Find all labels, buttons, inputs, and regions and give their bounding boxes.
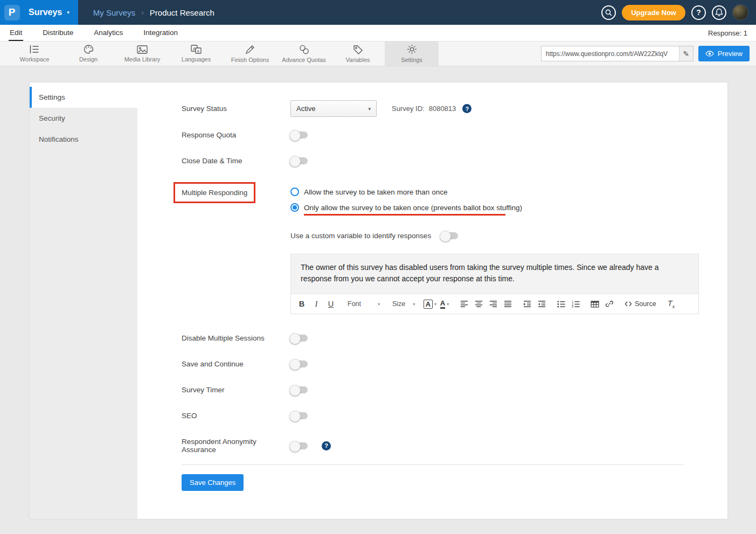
survey-status-select[interactable]: Active ▾ <box>290 100 377 117</box>
svg-text:a: a <box>197 49 199 53</box>
option-take-once[interactable]: Only allow the survey to be taken once (… <box>290 203 522 212</box>
close-date-toggle[interactable] <box>290 157 308 164</box>
tab-analytics[interactable]: Analytics <box>93 25 124 41</box>
tab-integration[interactable]: Integration <box>142 25 179 41</box>
indent-button[interactable] <box>520 297 534 311</box>
sidebar-item-security[interactable]: Security <box>30 108 137 129</box>
toolbar-item-finish-options[interactable]: Finish Options <box>223 41 277 66</box>
radio-selected[interactable] <box>290 203 299 212</box>
toolbar-item-languages[interactable]: Aa Languages <box>169 41 223 66</box>
edit-toolbar: Workspace Design Media Library Aa Langua… <box>0 41 756 66</box>
align-left-icon <box>460 301 468 308</box>
breadcrumb-my-surveys[interactable]: My Surveys <box>93 8 135 17</box>
outdent-icon <box>538 301 546 308</box>
font-dropdown[interactable]: Font ▾ <box>344 297 384 311</box>
surveys-app-menu[interactable]: P Surveys ▾ <box>0 0 78 25</box>
toolbar-label: Finish Options <box>231 57 269 63</box>
text-color-letter: A <box>440 300 445 309</box>
svg-text:3: 3 <box>572 305 573 308</box>
seo-toggle[interactable] <box>290 412 308 419</box>
sidebar-gray-area: Security Notifications <box>30 108 137 519</box>
tab-distribute[interactable]: Distribute <box>41 25 74 41</box>
save-continue-toggle[interactable] <box>290 360 308 367</box>
response-quota-toggle[interactable] <box>290 131 308 138</box>
notifications-button[interactable] <box>712 5 726 20</box>
bulleted-list-icon <box>557 301 565 308</box>
survey-url-input[interactable] <box>542 50 679 58</box>
help-button[interactable]: ? <box>691 5 706 20</box>
size-dropdown[interactable]: Size ▾ <box>389 297 418 311</box>
question-mark-icon: ? <box>696 8 701 17</box>
survey-id-label: Survey ID: <box>392 105 425 113</box>
toolbar-item-variables[interactable]: Variables <box>331 41 385 66</box>
disable-sessions-toggle[interactable] <box>290 335 308 342</box>
option-take-more-than-once[interactable]: Allow the survey to be taken more than o… <box>290 188 522 196</box>
background-color-letter: A <box>424 300 433 309</box>
survey-status-value: Active <box>296 105 315 113</box>
preview-button[interactable]: Preview <box>698 46 750 61</box>
edit-url-button[interactable]: ✎ <box>679 46 693 61</box>
toolbar-item-advance-quotas[interactable]: Advance Quotas <box>277 41 331 66</box>
anonymity-row: Respondent Anonymity Assurance ? <box>182 438 727 454</box>
anonymity-label: Respondent Anonymity Assurance <box>182 438 290 454</box>
toolbar-item-design[interactable]: Design <box>61 41 115 66</box>
translate-icon: Aa <box>191 45 202 54</box>
avatar[interactable] <box>732 4 748 20</box>
response-count: Response: 1 <box>708 25 747 41</box>
toolbar-label: Advance Quotas <box>282 57 325 63</box>
pen-icon <box>245 45 255 54</box>
sidebar-item-notifications[interactable]: Notifications <box>30 129 137 150</box>
survey-id-help-icon[interactable]: ? <box>462 104 471 113</box>
background-color-button[interactable]: A ▾ <box>423 297 437 311</box>
bulleted-list-button[interactable] <box>554 297 568 311</box>
bold-button[interactable]: B <box>295 297 309 311</box>
search-button[interactable] <box>601 5 616 20</box>
palette-icon <box>84 45 94 54</box>
breadcrumb: My Surveys › Product Research <box>93 8 214 17</box>
topbar: P Surveys ▾ My Surveys › Product Researc… <box>0 0 756 25</box>
multiple-responding-row: Multiple Responding Allow the survey to … <box>182 188 727 216</box>
anonymity-help-icon[interactable]: ? <box>322 441 331 450</box>
align-justify-icon <box>504 301 512 308</box>
align-center-button[interactable] <box>471 297 485 311</box>
align-justify-button[interactable] <box>501 297 515 311</box>
save-continue-row: Save and Continue <box>182 360 727 368</box>
outdent-button[interactable] <box>535 297 549 311</box>
toolbar-label: Settings <box>401 57 422 63</box>
remove-format-icon: Tx <box>668 299 675 309</box>
text-color-button[interactable]: A ▾ <box>438 297 452 311</box>
tab-edit[interactable]: Edit <box>9 25 23 41</box>
settings-sidebar: Settings Security Notifications <box>30 82 137 519</box>
chevron-down-icon: ▾ <box>434 302 436 307</box>
numbered-list-button[interactable]: 123 <box>568 297 582 311</box>
toolbar-item-settings[interactable]: Settings <box>385 41 439 66</box>
align-right-button[interactable] <box>486 297 500 311</box>
tag-icon <box>353 45 363 54</box>
align-left-button[interactable] <box>457 297 471 311</box>
italic-button[interactable]: I <box>309 297 323 311</box>
insert-link-button[interactable] <box>602 297 616 311</box>
align-right-icon <box>489 301 497 308</box>
save-changes-button[interactable]: Save Changes <box>182 474 244 491</box>
toolbar-item-workspace[interactable]: Workspace <box>8 41 61 66</box>
toolbar-label: Design <box>79 56 98 63</box>
breadcrumb-separator-icon: › <box>141 8 144 17</box>
settings-form: Survey Status Active ▾ Survey ID: 808081… <box>137 82 727 519</box>
align-center-icon <box>475 301 483 308</box>
survey-timer-toggle[interactable] <box>290 386 308 393</box>
upgrade-now-button[interactable]: Upgrade Now <box>622 5 685 20</box>
toolbar-item-media-library[interactable]: Media Library <box>115 41 169 66</box>
custom-variable-toggle[interactable] <box>441 232 458 239</box>
underline-button[interactable]: U <box>324 297 338 311</box>
multiple-responding-label: Multiple Responding <box>182 189 247 197</box>
source-button[interactable]: Source <box>620 297 661 311</box>
anonymity-toggle[interactable] <box>290 442 308 449</box>
insert-table-button[interactable] <box>588 297 602 311</box>
settings-card: Settings Security Notifications Survey S… <box>30 82 727 519</box>
sidebar-item-settings[interactable]: Settings <box>30 87 137 108</box>
disabled-message-text[interactable]: The owner of this survey has disabled us… <box>291 254 698 294</box>
radio-unselected[interactable] <box>290 188 299 196</box>
product-name: Surveys <box>29 8 62 17</box>
remove-format-button[interactable]: Tx <box>664 297 678 311</box>
code-icon <box>625 301 632 307</box>
